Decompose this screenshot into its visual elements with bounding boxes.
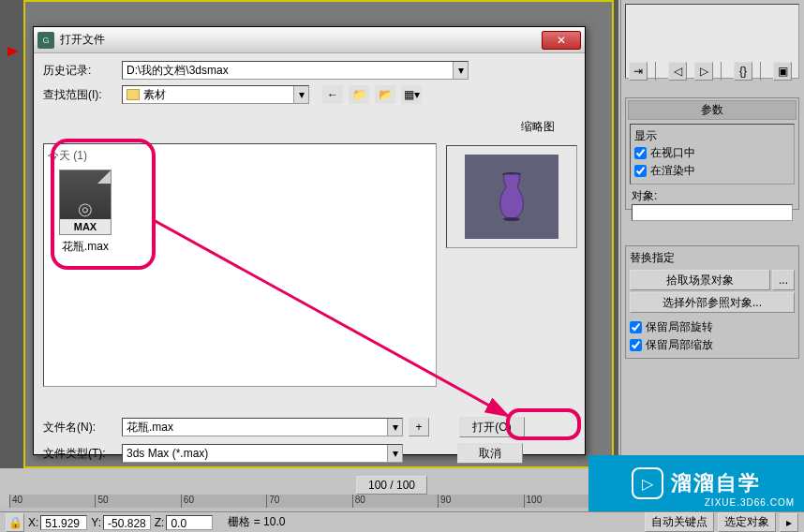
view-menu-icon[interactable]: ▦▾ [401,85,422,104]
up-folder-icon[interactable]: 📁 [349,85,369,104]
object-label: 对象: [632,188,793,204]
filetype-label: 文件类型(T): [43,446,116,462]
close-button[interactable]: ✕ [542,31,581,50]
chevron-down-icon[interactable]: ▾ [387,445,402,462]
tick: 70 [266,495,351,508]
chevron-down-icon[interactable]: ▾ [293,86,308,103]
filename-input[interactable]: 花瓶.max ▾ [122,418,403,436]
y-field[interactable]: -50.828 [103,515,151,530]
app-icon: G [37,32,54,49]
x-field[interactable]: 51.929 [40,515,87,530]
preview-image [465,155,558,239]
watermark-sub: ZIXUE.3D66.COM [705,497,795,508]
vase-icon [493,169,530,225]
pin-icon[interactable]: ⇥ [629,62,648,81]
assign-group-label: 替换指定 [630,250,795,266]
pick-more-btn[interactable]: ... [772,270,795,290]
pick-scene-btn[interactable]: 拾取场景对象 [630,270,770,290]
autokey-btn[interactable]: 自动关键点 [645,512,714,532]
watermark-text: 溜溜自学 [671,469,761,497]
status-bar: 🔒 X:51.929 Y:-50.828 Z:0.0 栅格 = 10.0 自动关… [0,511,804,532]
grid-label: 栅格 = 10.0 [228,514,285,530]
display-group-label: 显示 [634,128,790,144]
keyframe-icon[interactable]: ▸ [780,513,798,532]
tick: 60 [181,495,266,508]
next-icon[interactable]: ▷ [694,62,713,81]
z-field[interactable]: 0.0 [166,515,213,530]
filename-label: 文件名(N): [43,420,116,436]
new-folder-icon[interactable]: 📂 [375,85,395,104]
lookin-label: 查找范围(I): [43,87,116,103]
lock-icon[interactable]: 🔒 [6,513,24,532]
tick: 90 [438,495,523,508]
tick: 50 [95,495,180,508]
svg-point-1 [503,217,520,221]
file-name-label: 花瓶.max [53,239,117,255]
open-button[interactable]: 打开(O) [459,417,525,437]
history-label: 历史记录: [43,63,116,79]
red-arrow-indicator [7,47,19,56]
cb-viewport[interactable] [634,147,647,159]
object-field[interactable] [632,204,793,221]
params-panel: 参数 显示 在视口中 在渲染中 对象: [625,97,799,210]
back-icon[interactable]: ← [322,85,343,104]
timeline: 100 / 100 40 50 60 70 80 90 100 [0,468,618,506]
file-ext-label: MAX [60,219,111,234]
max-logo-icon: ◎ [78,199,93,219]
cb-scale[interactable] [630,339,642,351]
tick: 40 [9,495,95,508]
right-panel: ⇥ ◁ ▷ {} ▣ 参数 显示 在视口中 在渲染中 对象: 替换指定 拾取场景… [620,0,804,532]
chevron-down-icon[interactable]: ▾ [453,62,468,79]
extern-ref-btn[interactable]: 选择外部参照对象... [630,292,795,313]
selobj-btn[interactable]: 选定对象 [718,512,776,532]
chevron-down-icon[interactable]: ▾ [387,419,402,436]
cb-rotate[interactable] [630,321,642,333]
dialog-titlebar[interactable]: G 打开文件 ✕ [34,27,585,53]
config-icon[interactable]: ▣ [773,62,792,81]
file-item[interactable]: ◎ MAX 花瓶.max [48,164,123,260]
thumbnail-label: 缩略图 [521,119,568,135]
play-icon: ▷ [632,467,663,499]
watermark-logo: ▷ 溜溜自学 ZIXUE.3D66.COM [588,455,804,511]
file-list[interactable]: 今天 (1) ◎ MAX 花瓶.max [43,143,437,387]
lookin-dropdown[interactable]: 素材 ▾ [122,85,309,104]
bracket-icon[interactable]: {} [734,62,752,81]
time-slider[interactable]: 100 / 100 [356,476,427,495]
assign-panel: 替换指定 拾取场景对象 ... 选择外部参照对象... 保留局部旋转 保留局部缩… [625,245,799,359]
ruler[interactable]: 40 50 60 70 80 90 100 [9,495,609,508]
cb-render[interactable] [634,165,647,177]
dialog-title: 打开文件 [60,32,542,48]
params-header[interactable]: 参数 [628,100,797,120]
cancel-button[interactable]: 取消 [457,443,523,464]
plus-button[interactable]: + [409,418,429,436]
prev-icon[interactable]: ◁ [668,62,687,81]
open-file-dialog: G 打开文件 ✕ 历史记录: D:\我的文档\3dsmax ▾ 查找范围(I):… [33,26,586,455]
filetype-dropdown[interactable]: 3ds Max (*.max) ▾ [122,444,403,463]
history-dropdown[interactable]: D:\我的文档\3dsmax ▾ [122,61,469,80]
tick: 80 [352,495,438,508]
folder-icon [127,89,140,100]
section-today: 今天 (1) [48,148,432,164]
file-thumbnail: ◎ MAX [59,170,112,235]
preview-box [446,145,577,248]
